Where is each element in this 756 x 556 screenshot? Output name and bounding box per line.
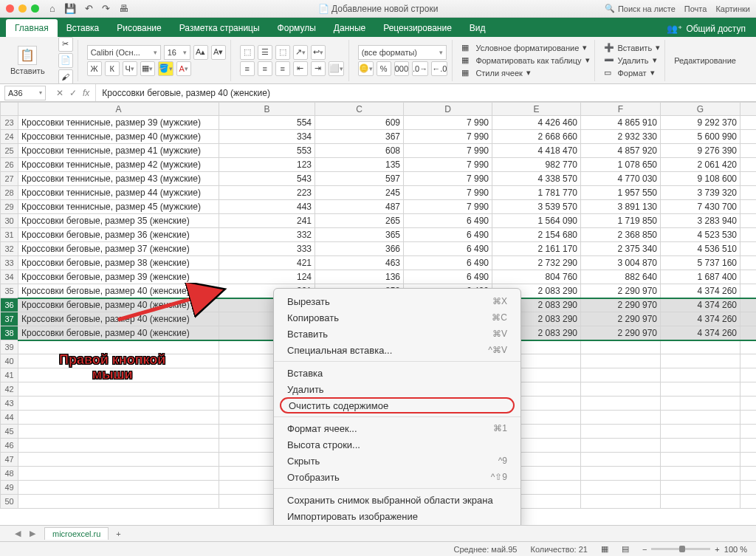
undo-icon[interactable]: ↶ — [85, 3, 93, 14]
context-menu-item[interactable]: Очистить содержимое — [280, 397, 515, 413]
cell[interactable]: Кроссовки беговые, размер 39 (женские) — [18, 270, 219, 284]
cell[interactable] — [740, 411, 757, 425]
cell[interactable] — [581, 481, 661, 495]
cell[interactable] — [740, 186, 757, 200]
tab-home[interactable]: Главная — [6, 19, 58, 37]
cell[interactable] — [740, 200, 757, 214]
tab-page-layout[interactable]: Разметка страницы — [171, 19, 269, 37]
format-painter-icon[interactable]: 🖌 — [58, 69, 73, 84]
cell[interactable] — [740, 495, 757, 509]
cell[interactable]: 2 368 850 — [581, 228, 661, 242]
cell[interactable]: Кроссовки теннисные, размер 41 (мужские) — [18, 144, 219, 158]
row-header[interactable]: 45 — [1, 425, 18, 439]
increase-font-icon[interactable]: A▴ — [193, 45, 208, 60]
cell[interactable] — [661, 439, 740, 453]
row-header[interactable]: 39 — [1, 340, 18, 354]
context-menu-item[interactable]: Специальная вставка...^⌘V — [274, 342, 520, 358]
cell[interactable] — [18, 382, 219, 397]
cell[interactable]: 4 857 920 — [581, 144, 661, 158]
cell[interactable] — [740, 382, 757, 397]
table-row[interactable]: 31Кроссовки беговые, размер 36 (женские)… — [1, 228, 757, 242]
cell[interactable] — [661, 495, 740, 509]
cell[interactable]: 2 161 170 — [492, 242, 581, 256]
cell[interactable]: 543 — [219, 172, 315, 186]
cell[interactable] — [740, 284, 757, 298]
save-icon[interactable]: 💾 — [64, 3, 76, 14]
cell[interactable]: 1 564 090 — [492, 214, 581, 228]
cell[interactable]: 804 760 — [492, 270, 581, 284]
tab-draw[interactable]: Рисование — [108, 19, 170, 37]
cell[interactable]: 4 374 260 — [661, 298, 740, 312]
cancel-formula-icon[interactable]: ✕ — [56, 88, 63, 98]
table-row[interactable]: 32Кроссовки беговые, размер 37 (женские)… — [1, 242, 757, 256]
table-row[interactable]: 30Кроссовки беговые, размер 35 (женские)… — [1, 214, 757, 228]
cell[interactable]: 3 004 870 — [581, 256, 661, 270]
cell[interactable]: 3 891 130 — [581, 200, 661, 214]
row-header[interactable]: 29 — [1, 200, 18, 214]
home-icon[interactable]: ⌂ — [49, 3, 55, 14]
align-bottom-icon[interactable]: ⬚ — [275, 45, 290, 60]
table-row[interactable]: 23Кроссовки теннисные, размер 39 (мужски… — [1, 116, 757, 130]
cell[interactable] — [581, 411, 661, 425]
table-row[interactable]: 27Кроссовки теннисные, размер 43 (мужски… — [1, 172, 757, 186]
cell[interactable]: 7 990 — [404, 130, 492, 144]
cell[interactable] — [740, 368, 757, 382]
cell[interactable]: 7 990 — [404, 172, 492, 186]
cell[interactable]: 2 732 290 — [492, 256, 581, 270]
table-row[interactable]: 29Кроссовки теннисные, размер 45 (мужски… — [1, 200, 757, 214]
cell[interactable] — [740, 158, 757, 172]
row-header[interactable]: 31 — [1, 228, 18, 242]
row-header[interactable]: 49 — [1, 481, 18, 495]
formula-input[interactable]: Кроссовки беговые, размер 40 (женские) — [96, 88, 756, 98]
font-color-button[interactable]: A — [176, 61, 191, 76]
cell[interactable] — [740, 340, 757, 354]
cell[interactable]: Кроссовки беговые, размер 40 (женские) — [18, 298, 219, 312]
row-header[interactable]: 41 — [1, 368, 18, 382]
cell[interactable]: 5 737 160 — [661, 256, 740, 270]
cell[interactable] — [581, 382, 661, 397]
cell[interactable] — [740, 481, 757, 495]
cell[interactable]: 245 — [315, 186, 404, 200]
cell[interactable]: 2 061 420 — [661, 158, 740, 172]
cell[interactable]: 136 — [315, 270, 404, 284]
row-header[interactable]: 36 — [1, 298, 18, 312]
cell[interactable]: 421 — [219, 256, 315, 270]
cell[interactable]: 223 — [219, 186, 315, 200]
cell[interactable] — [661, 481, 740, 495]
cell[interactable]: 4 536 510 — [661, 242, 740, 256]
cell[interactable]: 7 990 — [404, 200, 492, 214]
zoom-slider[interactable] — [651, 548, 710, 550]
cell[interactable]: 135 — [315, 158, 404, 172]
bold-button[interactable]: Ж — [87, 61, 102, 76]
context-menu-item[interactable]: Вставить⌘V — [274, 326, 520, 342]
print-icon[interactable]: 🖶 — [119, 3, 128, 14]
cell[interactable]: 365 — [315, 228, 404, 242]
decrease-decimal-icon[interactable]: ←.0 — [431, 61, 447, 76]
cell[interactable]: 5 600 990 — [661, 130, 740, 144]
cell[interactable]: 9 276 390 — [661, 144, 740, 158]
cell[interactable] — [18, 368, 219, 382]
cell[interactable]: 6 490 — [404, 242, 492, 256]
table-row[interactable]: 28Кроссовки теннисные, размер 44 (мужски… — [1, 186, 757, 200]
row-header[interactable]: 32 — [1, 242, 18, 256]
cell[interactable]: 3 283 940 — [661, 214, 740, 228]
cell[interactable] — [740, 312, 757, 326]
cell[interactable]: Кроссовки беговые, размер 35 (женские) — [18, 214, 219, 228]
format-cells-button[interactable]: ▭Формат ▾ — [604, 66, 661, 79]
cell[interactable]: 1 078 650 — [581, 158, 661, 172]
column-headers[interactable]: A B C D E F G H — [1, 103, 757, 116]
row-header[interactable]: 23 — [1, 116, 18, 130]
col-header[interactable]: G — [661, 103, 740, 116]
cell[interactable] — [661, 467, 740, 481]
zoom-control[interactable]: − + 100 % — [642, 545, 747, 554]
cell[interactable] — [740, 354, 757, 368]
cell[interactable] — [581, 368, 661, 382]
cell[interactable]: Кроссовки беговые, размер 40 (женские) — [18, 326, 219, 340]
cell[interactable] — [740, 130, 757, 144]
cell[interactable]: Кроссовки теннисные, размер 39 (мужские) — [18, 116, 219, 130]
font-size-select[interactable]: 16 — [164, 45, 190, 60]
insert-cells-button[interactable]: ➕Вставить ▾ — [604, 41, 661, 54]
cell-styles-button[interactable]: ▦Стили ячеек ▾ — [461, 66, 589, 79]
tab-review[interactable]: Рецензирование — [374, 19, 461, 37]
context-menu-item[interactable]: Сохранить снимок выбранной области экран… — [274, 492, 520, 508]
